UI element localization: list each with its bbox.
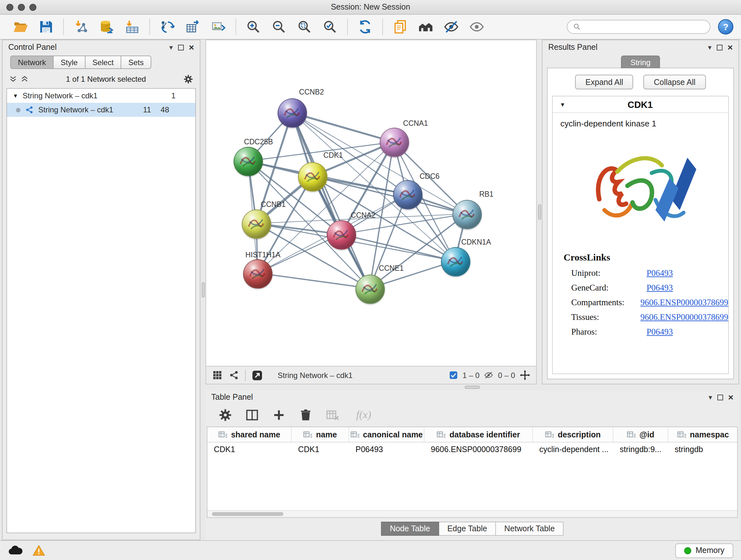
panel-float-icon[interactable]	[178, 44, 184, 50]
splitter-handle[interactable]	[465, 386, 480, 389]
selected-checkbox-icon[interactable]	[448, 370, 458, 380]
network-row[interactable]: String Network – cdk1 11 48	[7, 103, 195, 117]
crosslink-value-link[interactable]: 9606.ENSP00000378699	[641, 312, 728, 322]
tab-select[interactable]: Select	[85, 56, 121, 69]
tab-string[interactable]: String	[621, 56, 660, 68]
new-network-from-selection-button[interactable]	[158, 17, 177, 37]
zoom-in-button[interactable]	[244, 17, 263, 37]
column-header-name[interactable]: name	[292, 427, 349, 442]
crosslink-value-link[interactable]: P06493	[647, 268, 673, 278]
column-header-canonical-name[interactable]: canonical name	[349, 427, 424, 442]
refresh-view-button[interactable]	[355, 17, 375, 37]
node-CDC6[interactable]	[393, 180, 422, 209]
expand-all-networks-icon[interactable]	[9, 75, 17, 83]
import-table-from-file-button[interactable]	[123, 17, 142, 37]
close-window-button[interactable]	[6, 3, 13, 10]
delete-column-icon[interactable]	[299, 408, 313, 422]
show-columns-icon[interactable]	[245, 408, 259, 422]
table-row[interactable]: CDK1CDK1P064939606.ENSP00000378699cyclin…	[207, 442, 737, 456]
collapse-triangle-icon[interactable]: ▼	[13, 92, 18, 99]
panel-menu-icon[interactable]: ▾	[709, 393, 712, 401]
network-view: CCNB2CCNA1CDC25BCDK1CDC6RB1CCNB1CCNA2CDK…	[205, 40, 537, 384]
tab-sets[interactable]: Sets	[121, 56, 151, 69]
column-header-namespac[interactable]: namespac	[668, 427, 738, 442]
panel-menu-icon[interactable]: ▾	[708, 43, 712, 51]
crosslink-value-link[interactable]: 9606.ENSP00000378699	[641, 297, 728, 307]
gene-section-header[interactable]: ▼ CDK1	[553, 97, 728, 113]
node-CDK1[interactable]	[298, 162, 327, 192]
crosslink-row: Pharos:P06493	[553, 324, 728, 339]
tab-edge-table[interactable]: Edge Table	[439, 522, 496, 536]
panel-float-icon[interactable]	[717, 44, 723, 50]
maximize-window-button[interactable]	[29, 3, 37, 10]
show-graphics-details-button[interactable]	[467, 17, 486, 37]
panel-float-icon[interactable]	[718, 394, 723, 400]
horizontal-scrollbar[interactable]	[207, 510, 737, 517]
network-collection-row[interactable]: ▼ String Network – cdk1 1	[7, 89, 195, 103]
panel-menu-icon[interactable]: ▾	[170, 43, 173, 51]
results-panel-splitter[interactable]	[537, 40, 542, 384]
cloud-icon[interactable]	[8, 545, 23, 556]
node-CCNE1[interactable]	[355, 274, 385, 304]
node-RB1[interactable]	[453, 200, 482, 229]
expand-all-button[interactable]: Expand All	[576, 75, 633, 89]
node-HIST1H1A[interactable]	[243, 259, 273, 289]
zoom-out-button[interactable]	[269, 17, 288, 37]
panel-close-icon[interactable]: ×	[728, 43, 733, 52]
node-CCNB1[interactable]	[242, 209, 271, 239]
minimize-window-button[interactable]	[18, 3, 25, 10]
add-column-icon[interactable]	[272, 408, 286, 422]
export-table-button[interactable]	[183, 17, 202, 37]
left-panel-splitter[interactable]	[200, 40, 205, 540]
tab-style[interactable]: Style	[54, 56, 85, 69]
network-options-gear-icon[interactable]	[183, 74, 193, 84]
export-image-button[interactable]	[209, 17, 228, 37]
help-button[interactable]: ?	[718, 19, 733, 35]
node-CCNB2[interactable]	[278, 98, 307, 128]
collection-name: String Network – cdk1	[23, 91, 98, 100]
table-options-gear-icon[interactable]	[218, 408, 232, 422]
splitter-handle[interactable]	[538, 204, 541, 220]
table-panel-splitter[interactable]	[205, 384, 739, 390]
splitter-handle[interactable]	[201, 282, 205, 298]
scrollbar-thumb[interactable]	[212, 512, 283, 516]
hidden-eye-icon[interactable]	[484, 370, 494, 380]
warning-icon[interactable]	[32, 545, 45, 556]
column-header-database-identifier[interactable]: database identifier	[424, 427, 533, 442]
column-header-description[interactable]: description	[533, 427, 613, 442]
tab-node-table[interactable]: Node Table	[381, 522, 439, 536]
panel-close-icon[interactable]: ×	[189, 43, 194, 52]
import-network-from-file-button[interactable]	[71, 17, 91, 37]
network-overview-icon[interactable]	[228, 370, 239, 381]
node-CDKN1A[interactable]	[441, 247, 470, 276]
zoom-selected-button[interactable]	[320, 17, 340, 37]
node-CDC25B[interactable]	[233, 147, 263, 176]
grid-view-icon[interactable]	[212, 370, 223, 381]
import-network-from-database-button[interactable]	[97, 17, 116, 37]
section-collapse-icon[interactable]: ▼	[560, 101, 565, 108]
network-canvas[interactable]: CCNB2CCNA1CDC25BCDK1CDC6RB1CCNB1CCNA2CDK…	[206, 40, 536, 366]
node-CCNA1[interactable]	[380, 128, 409, 157]
birdseye-view-button[interactable]	[416, 17, 435, 37]
save-session-button[interactable]	[37, 17, 56, 37]
crosslink-value-link[interactable]: P06493	[647, 283, 673, 293]
zoom-fit-content-button[interactable]	[295, 17, 314, 37]
network-selection-status: 1 of 1 Network selected	[32, 74, 180, 83]
search-input[interactable]	[585, 22, 704, 31]
fit-selection-icon[interactable]	[520, 370, 530, 381]
open-in-new-window-icon[interactable]	[252, 369, 263, 381]
node-CCNA2[interactable]	[327, 220, 356, 250]
duplicate-page-button[interactable]	[391, 17, 410, 37]
collapse-all-button[interactable]: Collapse All	[644, 75, 706, 89]
crosslink-value-link[interactable]: P06493	[647, 327, 673, 337]
column-header--id[interactable]: @id	[613, 427, 668, 442]
memory-button[interactable]: Memory	[675, 543, 733, 558]
tab-network[interactable]: Network	[10, 56, 54, 69]
open-session-button[interactable]	[11, 17, 30, 37]
tab-network-table[interactable]: Network Table	[496, 522, 563, 536]
hide-graphics-details-button[interactable]	[442, 17, 461, 37]
collapse-all-networks-icon[interactable]	[20, 75, 29, 83]
column-header-shared-name[interactable]: shared name	[207, 427, 292, 442]
search-box[interactable]	[567, 20, 711, 34]
panel-close-icon[interactable]: ×	[728, 393, 733, 401]
